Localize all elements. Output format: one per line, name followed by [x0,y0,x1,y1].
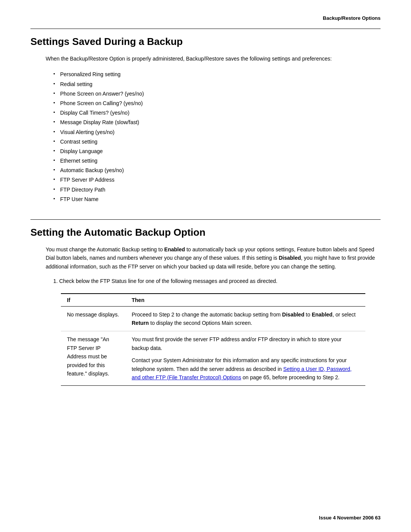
page-container: Backup/Restore Options Settings Saved Du… [0,0,411,532]
steps-list: 1. Check below the FTP Status line for o… [53,277,381,285]
page-header: Backup/Restore Options [30,15,381,21]
section-automatic-backup: Setting the Automatic Backup Option You … [30,219,381,386]
footer-text: Issue 4 November 2006 63 [319,515,381,521]
then-cell-2: You must first provide the server FTP ad… [126,331,365,386]
list-item: Ethernet setting [53,156,381,166]
section1-intro: When the Backup/Restore Option is proper… [46,54,381,63]
step1-text: Check below the FTP Status line for one … [59,278,277,284]
if-then-table: If Then No message displays. Proceed to … [61,293,365,386]
step-1: 1. Check below the FTP Status line for o… [53,277,381,285]
list-item: Redial setting [53,80,381,89]
settings-list: Personalized Ring setting Redial setting… [53,70,381,204]
list-item: Visual Alerting (yes/no) [53,128,381,137]
section1-title: Settings Saved During a Backup [30,36,381,48]
list-item: Automatic Backup (yes/no) [53,166,381,175]
then-cell-2-part1: You must first provide the server FTP ad… [132,335,359,352]
list-item: Personalized Ring setting [53,70,381,79]
if-cell-2: The message "An FTP Server IP Address mu… [61,331,126,386]
section2-body1: You must change the Automatic Backup set… [46,245,381,271]
table-row: The message "An FTP Server IP Address mu… [61,331,365,386]
list-item: Display Call Timers? (yes/no) [53,108,381,118]
if-then-table-container: If Then No message displays. Proceed to … [61,293,381,386]
header-title: Backup/Restore Options [323,15,381,21]
list-item: Phone Screen on Answer? (yes/no) [53,89,381,99]
list-item: Phone Screen on Calling? (yes/no) [53,99,381,108]
col-header-then: Then [126,294,365,307]
col-header-if: If [61,294,126,307]
then-cell-2-part2: Contact your System Administrator for th… [132,356,359,382]
list-item: FTP Directory Path [53,185,381,195]
section-divider-1 [30,29,381,29]
then-cell-1: Proceed to Step 2 to change the automati… [126,306,365,331]
page-footer: Issue 4 November 2006 63 [319,515,381,521]
if-cell-1: No message displays. [61,306,126,331]
list-item: Message Display Rate (slow/fast) [53,118,381,127]
list-item: Contrast setting [53,137,381,147]
list-item: FTP User Name [53,195,381,204]
list-item: FTP Server IP Address [53,175,381,185]
section-divider-2 [30,219,381,220]
section-settings-saved: Settings Saved During a Backup When the … [30,29,381,204]
list-item: Display Language [53,147,381,156]
table-row: No message displays. Proceed to Step 2 t… [61,306,365,331]
section2-title: Setting the Automatic Backup Option [30,227,381,238]
